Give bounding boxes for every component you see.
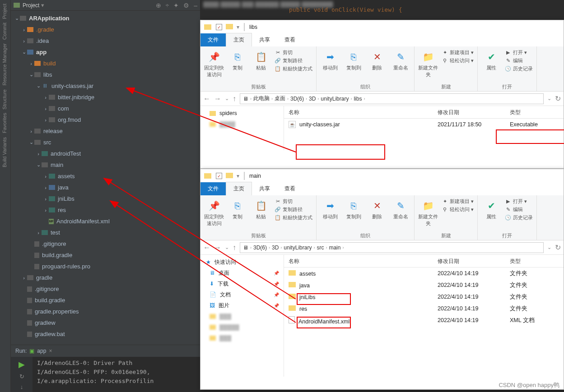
tree-item[interactable]: ›.idea — [11, 35, 200, 46]
rib-copy[interactable]: ⎘复制 — [228, 48, 247, 71]
play-icon[interactable]: ▶ — [19, 360, 25, 369]
nav-recent-icon[interactable]: ⌄ — [225, 244, 229, 250]
tree-item[interactable]: ·MFAndroidManifest.xml — [11, 216, 200, 227]
explorer-file-list[interactable]: 名称 修改日期 类型 assets2022/4/10 14:19文件夹java2… — [284, 255, 564, 377]
down-icon[interactable]: ↓ — [20, 383, 23, 390]
explorer-titlebar[interactable]: ✓ ▾ main — [200, 169, 564, 183]
path-segment[interactable]: 3D(6) › — [253, 244, 270, 251]
stop-icon[interactable]: ↻ — [19, 373, 24, 380]
tree-item[interactable]: ⌄ARApplication — [11, 13, 200, 24]
col-date[interactable]: 修改日期 — [433, 106, 505, 118]
path-segment[interactable]: main › — [329, 244, 344, 251]
qat-dropdown-icon[interactable]: ▾ — [237, 24, 239, 30]
breadcrumb-path[interactable]: 🖥›此电脑 › 桌面 › 3D(6) › 3D › unityLibrary ›… — [240, 93, 544, 104]
list-item[interactable]: ☕unity-classes.jar2021/11/17 18:50Execut… — [284, 119, 564, 130]
rib-paste[interactable]: 📋粘贴 — [251, 48, 271, 71]
tree-item[interactable]: ›assets — [11, 171, 200, 182]
rib-properties[interactable]: ✔属性 — [481, 48, 501, 71]
explorer-nav-pane[interactable]: spiders ▓▓▓▓ — [200, 106, 284, 150]
project-view-title[interactable]: Project — [23, 2, 39, 9]
nav-item[interactable]: spiders — [200, 108, 284, 119]
refresh-icon[interactable]: ↻ — [555, 94, 561, 103]
expand-icon[interactable]: · — [21, 298, 27, 303]
expand-icon[interactable]: › — [21, 38, 27, 44]
col-type[interactable]: 类型 — [505, 255, 564, 267]
qat-dropdown-icon[interactable]: ▾ — [237, 173, 239, 179]
rib-easyaccess[interactable]: ⚲轻松访问 ▾ — [442, 206, 474, 213]
tree-item[interactable]: ›gradle — [11, 272, 200, 283]
breadcrumb-path[interactable]: 🖥›3D(6) › 3D › unityLibrary › src › main… — [240, 242, 544, 253]
project-view-dropdown-icon[interactable]: ▾ — [41, 2, 44, 9]
rib-edit[interactable]: ✎编辑 — [505, 206, 523, 213]
rib-newfolder[interactable]: 📁新建文件夹 — [418, 48, 438, 78]
qat-check-icon[interactable]: ✓ — [216, 24, 222, 30]
split-icon[interactable]: ÷ — [166, 2, 169, 9]
explorer-file-list[interactable]: 名称 修改日期 类型 ☕unity-classes.jar2021/11/17 … — [284, 106, 564, 150]
rib-paste[interactable]: 📋粘贴 — [251, 197, 271, 220]
qat-folder-icon[interactable] — [226, 173, 233, 178]
expand-icon[interactable]: › — [35, 151, 42, 157]
settings-icon[interactable]: ⚙ — [183, 2, 189, 9]
expand-icon[interactable]: › — [42, 208, 49, 213]
expand-icon[interactable]: › — [42, 174, 49, 179]
rib-pin[interactable]: 📌固定到快速访问 — [204, 197, 224, 227]
rib-copypath[interactable]: 🔗复制路径 — [275, 57, 303, 64]
col-name[interactable]: 名称 — [284, 106, 433, 118]
expand-icon[interactable]: › — [42, 106, 49, 111]
tree-item[interactable]: ·build.gradle — [11, 295, 200, 306]
rib-moveto[interactable]: ➡移动到 — [320, 197, 340, 220]
tree-item[interactable]: ›jniLibs — [11, 193, 200, 204]
column-headers[interactable]: 名称 修改日期 类型 — [284, 106, 564, 119]
tree-item[interactable]: ›test — [11, 227, 200, 238]
expand-icon[interactable]: · — [21, 309, 27, 314]
rib-easyaccess[interactable]: ⚲轻松访问 ▾ — [442, 57, 474, 64]
rib-newitem[interactable]: ✦新建项目 ▾ — [442, 198, 474, 205]
tree-item[interactable]: ·.gitignore — [11, 238, 200, 249]
nav-forward-icon[interactable]: → — [214, 244, 221, 252]
tree-item[interactable]: ›release — [11, 125, 200, 137]
expand-icon[interactable]: · — [21, 320, 27, 326]
list-item[interactable]: jniLibs2022/4/10 14:19文件夹 — [284, 291, 564, 303]
tree-item[interactable]: ·proguard-rules.pro — [11, 261, 200, 272]
column-headers[interactable]: 名称 修改日期 类型 — [284, 255, 564, 267]
expand-icon[interactable]: · — [21, 332, 27, 337]
ribbon-tab-home[interactable]: 主页 — [226, 33, 252, 46]
explorer-window-libs[interactable]: ✓ ▾ libs 文件 主页 共享 查看 📌固定到快速访问⎘复制📋粘贴✂剪切🔗复… — [200, 20, 564, 169]
ribbon-tab-view[interactable]: 查看 — [277, 33, 303, 46]
tree-item[interactable]: ›bitter.jnibridge — [11, 92, 200, 103]
rib-cut[interactable]: ✂剪切 — [275, 49, 293, 56]
tool-build-variants[interactable]: Build Variants — [2, 137, 7, 167]
tree-item[interactable]: ⌄src — [11, 137, 200, 148]
project-tree[interactable]: ⌄ARApplication›.gradle›.idea⌄app›build⌄l… — [11, 13, 200, 338]
rib-delete[interactable]: ✕删除 — [367, 197, 387, 220]
expand-icon[interactable]: ⌄ — [35, 83, 42, 89]
expand-icon[interactable]: › — [42, 185, 49, 190]
nav-recent-icon[interactable]: ⌄ — [225, 96, 229, 101]
tree-item[interactable]: ·gradle.properties — [11, 306, 200, 317]
rib-pin[interactable]: 📌固定到快速访问 — [204, 48, 224, 78]
rib-edit[interactable]: ✎编辑 — [505, 57, 523, 64]
tree-item[interactable]: ›org.fmod — [11, 114, 200, 125]
col-name[interactable]: 名称 — [284, 255, 433, 267]
path-segment[interactable]: 3D(6) › — [290, 96, 307, 102]
expand-icon[interactable]: › — [21, 27, 27, 32]
expand-icon[interactable]: ⌄ — [35, 162, 42, 168]
expand-icon[interactable]: › — [42, 117, 49, 123]
rib-delete[interactable]: ✕删除 — [367, 48, 387, 71]
rib-history[interactable]: 🕓历史记录 — [505, 65, 533, 72]
rib-history[interactable]: 🕓历史记录 — [505, 214, 533, 221]
tool-commit[interactable]: Commit — [2, 23, 7, 40]
rib-rename[interactable]: ✎重命名 — [391, 197, 410, 220]
ribbon-tab-file[interactable]: 文件 — [200, 182, 226, 195]
qat-check-icon[interactable]: ✓ — [216, 173, 222, 179]
rib-open[interactable]: ▶打开 ▾ — [505, 49, 527, 56]
select-opened-icon[interactable]: ✦ — [173, 2, 179, 9]
rib-properties[interactable]: ✔属性 — [481, 197, 501, 220]
rib-newitem[interactable]: ✦新建项目 ▾ — [442, 49, 474, 56]
path-segment[interactable]: 桌面 › — [275, 95, 289, 102]
path-segment[interactable]: src › — [317, 244, 327, 251]
nav-desktop[interactable]: 🖥桌面📌 — [200, 267, 284, 278]
explorer-nav-pane[interactable]: ★快速访问 🖥桌面📌 ⬇下载📌 📄文档📌 🖼图片📌 ▓▓▓ ▓▓▓▓▓ ▓▓▓ — [200, 255, 284, 377]
col-type[interactable]: 类型 — [505, 106, 564, 118]
tree-item[interactable]: ·gradlew — [11, 317, 200, 328]
